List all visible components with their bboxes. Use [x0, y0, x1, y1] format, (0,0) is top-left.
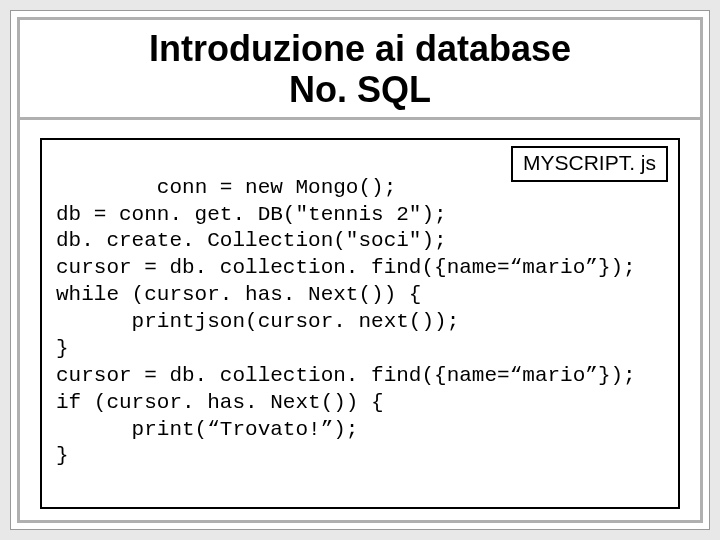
code-box: MYSCRIPT. jsconn = new Mongo(); db = con… [40, 138, 680, 509]
title-line-2: No. SQL [289, 69, 431, 110]
slide-frame: Introduzione ai database No. SQL MYSCRIP… [17, 17, 703, 523]
code-text: conn = new Mongo(); db = conn. get. DB("… [56, 176, 636, 468]
slide-title: Introduzione ai database No. SQL [40, 28, 680, 111]
title-area: Introduzione ai database No. SQL [20, 20, 700, 120]
content-area: MYSCRIPT. jsconn = new Mongo(); db = con… [20, 120, 700, 529]
filename-badge: MYSCRIPT. js [511, 146, 668, 182]
title-line-1: Introduzione ai database [149, 28, 571, 69]
slide: Introduzione ai database No. SQL MYSCRIP… [10, 10, 710, 530]
